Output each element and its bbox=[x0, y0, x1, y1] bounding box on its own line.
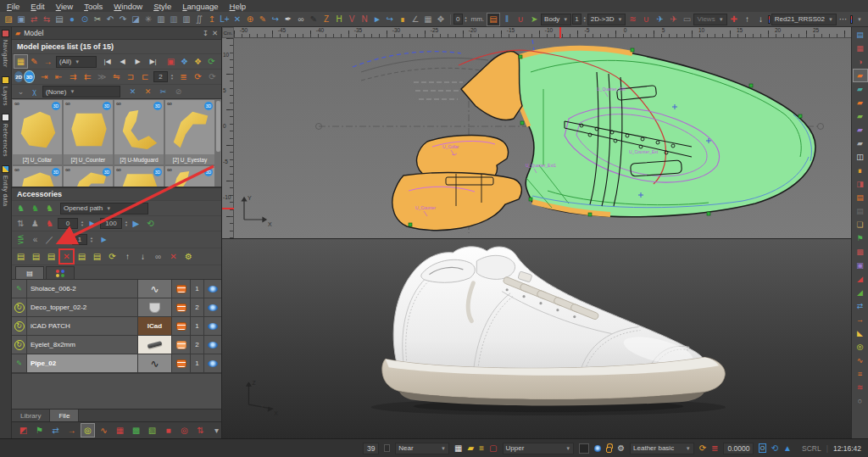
acc-collapse-icon[interactable]: « bbox=[29, 233, 42, 246]
n-tool-icon[interactable]: N bbox=[359, 14, 370, 25]
move-acc-up-icon[interactable]: ↑ bbox=[121, 250, 134, 263]
grid-view-icon[interactable]: ▦ bbox=[14, 55, 27, 68]
stack-a-icon[interactable]: ⊐ bbox=[125, 70, 137, 83]
offset-field[interactable]: 0 bbox=[453, 14, 462, 25]
shoe-orange2-panel-icon[interactable]: ▰ bbox=[854, 97, 867, 109]
acc-cursor-icon[interactable]: ▶ bbox=[86, 217, 98, 230]
skip-icon[interactable]: ≫ bbox=[96, 70, 108, 83]
target-yellow-icon[interactable]: ◎ bbox=[854, 341, 867, 353]
menu-item[interactable]: Style bbox=[153, 2, 171, 11]
acc-dup-icon[interactable]: ♞ bbox=[43, 202, 56, 215]
cut-icon[interactable]: ✂ bbox=[92, 14, 103, 25]
material-dropdown[interactable]: Leather basic▼ bbox=[630, 443, 694, 454]
stack-orange-icon[interactable]: ≡ bbox=[854, 368, 867, 380]
accessory-tab-list[interactable]: ▤ bbox=[15, 266, 44, 279]
steps-icon[interactable]: ≣ bbox=[711, 443, 718, 453]
freehand-icon[interactable]: ✎ bbox=[308, 14, 320, 25]
visibility-eye-icon[interactable] bbox=[208, 304, 218, 311]
density-field[interactable]: 100 bbox=[100, 218, 122, 229]
visibility-eye-icon[interactable] bbox=[208, 360, 218, 367]
side-tab[interactable]: References bbox=[2, 114, 9, 157]
half-contrast-icon[interactable]: ◑ bbox=[854, 56, 867, 68]
shoe-orange-panel-icon[interactable]: ▰ bbox=[854, 70, 867, 81]
acc-gear-icon[interactable]: ⚙ bbox=[182, 250, 195, 263]
ring-red-icon[interactable]: ◎ bbox=[178, 424, 191, 437]
near-dropdown[interactable]: Near▼ bbox=[395, 443, 449, 454]
wing-red-icon[interactable]: ✈ bbox=[667, 14, 679, 25]
acc-pen2-icon[interactable]: ／ bbox=[58, 233, 70, 246]
pin-add-icon[interactable]: ↥ bbox=[206, 14, 218, 25]
pencil-icon[interactable]: ✎ bbox=[257, 14, 269, 25]
pick-blue-icon[interactable]: ❖ bbox=[178, 55, 191, 68]
wing-blue-icon[interactable]: ✈ bbox=[654, 14, 665, 25]
value-field[interactable]: 0.0000 bbox=[723, 443, 754, 454]
side-tab[interactable]: Navigator bbox=[2, 30, 9, 68]
save-icon[interactable]: ▣ bbox=[15, 14, 27, 25]
rotate-copy-icon[interactable]: ⟳ bbox=[192, 70, 204, 83]
section-icon[interactable]: ∬ bbox=[193, 14, 205, 25]
acc-person-icon[interactable]: ♟ bbox=[29, 217, 42, 230]
prev-piece-icon[interactable]: ◀ bbox=[116, 55, 129, 68]
paste-icon[interactable]: ▥ bbox=[168, 14, 180, 25]
piece-thumbnail[interactable]: ∞ 3D [2] U_Collar bbox=[12, 99, 63, 165]
focus-frame-icon[interactable]: ▣ bbox=[164, 55, 177, 68]
redo-icon[interactable]: ↷ bbox=[117, 14, 129, 25]
import-icon[interactable]: ⇄ bbox=[28, 14, 40, 25]
count-field[interactable]: 1 bbox=[572, 14, 581, 25]
material-basket-icon[interactable] bbox=[176, 359, 186, 368]
x-cursor-icon[interactable]: ✕ bbox=[142, 86, 154, 98]
piece-count-field[interactable]: 2 bbox=[153, 71, 168, 82]
piece-thumbnail[interactable]: ∞ 3D [2] U-Mudguard bbox=[114, 99, 164, 165]
lips-icon[interactable]: ∪ bbox=[515, 14, 526, 25]
piece-thumbnail-partial[interactable]: ∞ 3D bbox=[114, 165, 164, 187]
x-off-icon[interactable]: ⊘ bbox=[172, 86, 185, 98]
origin-icon[interactable]: O bbox=[759, 443, 765, 453]
curve-orange-icon[interactable]: ∿ bbox=[854, 354, 867, 366]
tools-wrench-icon[interactable]: ⚙ bbox=[617, 443, 625, 453]
last-green-icon[interactable]: ➤ bbox=[528, 14, 540, 25]
piece-filter-dropdown[interactable]: (All)▼ bbox=[56, 56, 97, 68]
pair-out-icon[interactable]: ⇉ bbox=[67, 70, 80, 83]
copy-icon[interactable]: ▥ bbox=[155, 14, 167, 25]
move-all-icon[interactable]: ✥ bbox=[435, 14, 447, 25]
edit-piece-icon[interactable]: ✎ bbox=[28, 55, 41, 68]
open-folder-icon[interactable]: ▨ bbox=[3, 14, 14, 25]
view-3d-toggle[interactable]: 3D bbox=[25, 71, 33, 82]
menu-item[interactable]: Edit bbox=[31, 2, 44, 11]
flatten-icon[interactable]: ▤ bbox=[487, 14, 499, 25]
toolbar-overflow-icon[interactable]: ▼ bbox=[854, 14, 865, 25]
shoe-green-panel-icon[interactable]: ▰ bbox=[854, 110, 867, 122]
views-dropdown[interactable]: Views▼ bbox=[693, 14, 726, 25]
shoe-orange-icon[interactable]: ∿ bbox=[97, 424, 110, 437]
shoe-blue-icon[interactable]: ▲ bbox=[783, 443, 792, 453]
ring-yellow-icon[interactable]: ◎ bbox=[81, 424, 94, 437]
delete-point-icon[interactable]: ✕ bbox=[231, 14, 243, 25]
curve-icon[interactable]: ↪ bbox=[270, 14, 281, 25]
acc-sort-icon[interactable]: ⋚ bbox=[14, 233, 27, 246]
body-dropdown[interactable]: Body▼ bbox=[541, 14, 571, 25]
pin-panel-icon[interactable]: ↧ bbox=[203, 29, 209, 37]
square-red-icon[interactable]: ■ bbox=[162, 424, 175, 437]
bind-icon[interactable]: ≣ bbox=[177, 70, 190, 83]
acc-page5-icon[interactable]: ▤ bbox=[91, 250, 103, 263]
zoom-tool-icon[interactable]: ⊙ bbox=[79, 14, 91, 25]
tab-file[interactable]: File bbox=[50, 410, 79, 421]
sync-material-icon[interactable]: ⟳ bbox=[699, 443, 706, 453]
th-box-icon[interactable]: ▭ bbox=[681, 14, 693, 25]
acc-page1-icon[interactable]: ▤ bbox=[14, 250, 27, 263]
view-2d-toggle[interactable]: 2D bbox=[14, 71, 23, 82]
grid-table-icon[interactable]: ▦ bbox=[454, 443, 462, 453]
material-basket-icon[interactable] bbox=[176, 341, 186, 349]
squares-purple-icon[interactable]: ▣ bbox=[854, 259, 867, 271]
step-field[interactable]: 0 bbox=[58, 218, 78, 229]
lips2-icon[interactable]: ∪ bbox=[640, 14, 652, 25]
menu-item[interactable]: Window bbox=[114, 2, 142, 11]
palette-dropdown[interactable]: Red21_RRSS02▼ bbox=[771, 14, 837, 25]
pieces-multi-icon[interactable]: ▦ bbox=[114, 424, 126, 437]
menu-item[interactable]: Language bbox=[182, 2, 218, 11]
z-tool-icon[interactable]: Z bbox=[320, 14, 332, 25]
accessory-row[interactable]: ↻ iCAD PATCH ICad 1 bbox=[12, 317, 221, 336]
piece-thumbnail[interactable]: ∞ 3D [2] U_Eyestay bbox=[164, 99, 215, 165]
arrow-orange-icon[interactable]: → bbox=[65, 424, 78, 437]
layer-visibility-icon[interactable] bbox=[594, 445, 601, 452]
